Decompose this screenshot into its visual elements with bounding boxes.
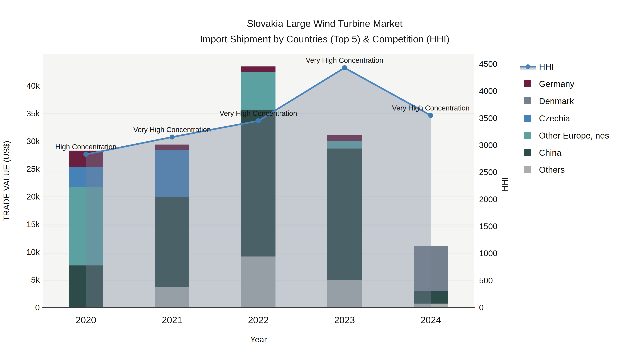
- y-axis-left-ticks: 05k10k15k20k25k30k35k40k: [26, 81, 40, 312]
- y-right-tick-1000: 1000: [479, 249, 497, 258]
- bar-segment-2022-germany[interactable]: [241, 66, 276, 72]
- y-left-tick-25k: 25k: [26, 164, 40, 174]
- y-right-tick-3000: 3000: [479, 140, 497, 150]
- y-left-tick-20k: 20k: [26, 192, 40, 201]
- y-right-tick-2000: 2000: [479, 195, 497, 204]
- chart-title-line2: Import Shipment by Countries (Top 5) & C…: [200, 34, 450, 44]
- y-right-tick-4000: 4000: [479, 86, 497, 96]
- x-tick-2024: 2024: [420, 315, 441, 325]
- x-tick-2023: 2023: [334, 315, 355, 325]
- legend-item-czechia[interactable]: Czechia: [524, 114, 570, 123]
- y-left-tick-15k: 15k: [26, 220, 40, 229]
- legend-item-others[interactable]: Others: [524, 165, 565, 174]
- legend-label: HHI: [539, 62, 554, 72]
- bar-segment-2022-other-europe-nes[interactable]: [241, 72, 276, 110]
- legend-item-china[interactable]: China: [524, 148, 562, 157]
- legend-color-swatch: [524, 115, 531, 122]
- y-right-tick-2500: 2500: [479, 167, 497, 177]
- legend-item-other-europe-nes[interactable]: Other Europe, nes: [524, 131, 609, 140]
- legend-item-hhi[interactable]: HHI: [520, 62, 554, 72]
- x-axis-title: Year: [250, 335, 267, 344]
- annotation-2020: High Concentration: [55, 143, 116, 151]
- y-right-tick-0: 0: [479, 303, 484, 312]
- annotation-2021: Very High Concentration: [133, 126, 211, 134]
- legend-color-swatch: [524, 166, 531, 173]
- chart-figure: High ConcentrationVery High Concentratio…: [0, 0, 644, 362]
- x-axis-ticks: 20202021202220232024: [76, 315, 441, 325]
- y-left-tick-5k: 5k: [31, 275, 40, 284]
- y-left-tick-10k: 10k: [26, 247, 40, 257]
- annotation-2024: Very High Concentration: [392, 104, 470, 112]
- hhi-marker-2023[interactable]: [342, 65, 347, 70]
- hhi-marker-2022[interactable]: [256, 118, 261, 123]
- y-right-tick-1500: 1500: [479, 222, 497, 231]
- hhi-marker-2024[interactable]: [428, 113, 433, 118]
- hhi-marker-2021[interactable]: [170, 135, 174, 140]
- y-axis-left-title: TRADE VALUE (US$): [2, 141, 11, 221]
- legend-item-denmark[interactable]: Denmark: [524, 96, 574, 106]
- legend-color-swatch: [524, 149, 531, 156]
- y-axis-right-title: HHI: [500, 177, 510, 191]
- legend-color-swatch: [524, 97, 531, 104]
- y-axis-right-ticks: 050010001500200025003000350040004500: [479, 59, 497, 312]
- x-tick-2021: 2021: [162, 315, 182, 325]
- y-right-tick-3500: 3500: [479, 113, 497, 123]
- legend-color-swatch: [524, 80, 531, 87]
- legend-label: China: [539, 148, 562, 157]
- y-right-tick-4500: 4500: [479, 59, 497, 69]
- legend-hhi-marker-icon: [526, 64, 530, 69]
- legend-label: Germany: [539, 79, 574, 89]
- x-tick-2020: 2020: [76, 315, 96, 325]
- y-left-tick-30k: 30k: [26, 137, 40, 146]
- annotation-2023: Very High Concentration: [306, 56, 383, 64]
- chart-canvas: High ConcentrationVery High Concentratio…: [0, 0, 644, 362]
- y-right-tick-500: 500: [479, 276, 493, 285]
- legend-label: Other Europe, nes: [539, 131, 609, 140]
- legend-label: Others: [539, 165, 565, 174]
- x-tick-2022: 2022: [248, 315, 269, 325]
- y-left-tick-40k: 40k: [26, 81, 40, 90]
- y-left-tick-35k: 35k: [26, 109, 40, 118]
- legend: HHIGermanyDenmarkCzechiaOther Europe, ne…: [520, 62, 609, 174]
- hhi-marker-2020[interactable]: [83, 152, 88, 157]
- legend-label: Czechia: [539, 114, 570, 123]
- legend-color-swatch: [524, 132, 531, 139]
- legend-label: Denmark: [539, 96, 574, 106]
- chart-title-line1: Slovakia Large Wind Turbine Market: [247, 18, 402, 29]
- legend-item-germany[interactable]: Germany: [524, 79, 574, 89]
- annotation-2022: Very High Concentration: [220, 109, 297, 117]
- y-left-tick-0: 0: [35, 303, 40, 312]
